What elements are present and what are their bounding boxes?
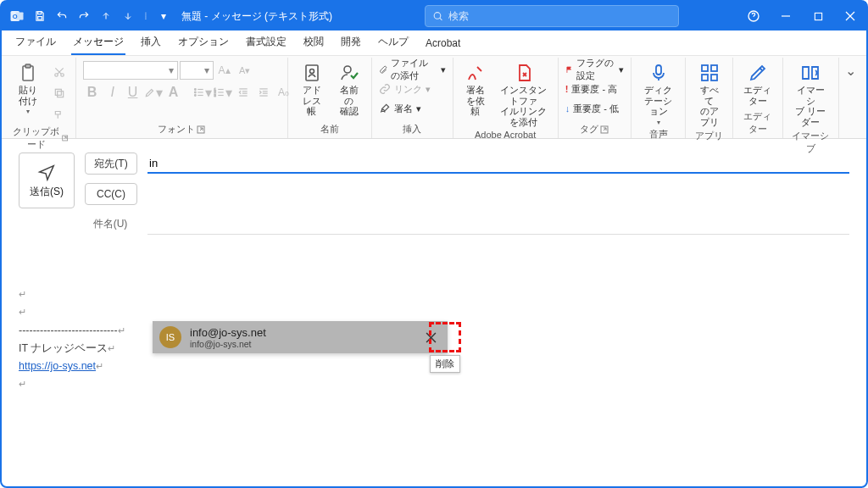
bullets-icon: ▾	[193, 83, 212, 102]
font-color-icon: A	[164, 83, 183, 102]
importance-high-button[interactable]: !重要度 - 高	[565, 80, 617, 97]
decrease-font-icon: A▾	[236, 61, 254, 80]
svg-rect-8	[815, 13, 821, 19]
cc-field[interactable]	[147, 184, 849, 204]
tab-file[interactable]: ファイル	[7, 30, 64, 55]
qat-separator: ⁞	[144, 10, 147, 22]
instant-link-button[interactable]: インスタントファ イルリンクを添付	[496, 59, 551, 128]
tab-insert[interactable]: 挿入	[132, 30, 170, 55]
search-box[interactable]	[425, 5, 679, 27]
importance-low-button[interactable]: ↓重要度 - 低	[565, 100, 619, 117]
search-input[interactable]	[448, 10, 671, 22]
pen-sign-icon	[465, 63, 486, 83]
svg-rect-44	[702, 65, 708, 71]
tab-options[interactable]: オプション	[170, 30, 237, 55]
qat-overflow-icon[interactable]: ▾	[154, 7, 173, 25]
group-acrobat-label: Adobe Acrobat	[475, 130, 536, 140]
group-editor-label: エディター	[740, 110, 775, 136]
group-font: ▾ ▾ A▴ A▾ B I U ▾ A ▾ 123▾	[76, 58, 288, 138]
search-icon	[432, 10, 443, 22]
all-apps-button[interactable]: すべて のアプリ	[693, 59, 726, 128]
underline-button: U	[124, 83, 142, 102]
attach-file-button[interactable]: ファイルの添付 ▾	[379, 61, 446, 78]
send-button[interactable]: 送信(S)	[19, 152, 75, 208]
maximize-button[interactable]	[802, 2, 834, 30]
signature-divider: ----------------------------	[19, 324, 118, 336]
svg-point-5	[434, 13, 441, 19]
font-size-combo: ▾	[180, 61, 214, 80]
group-font-label: フォント	[158, 123, 195, 136]
file-link-icon	[513, 63, 533, 83]
address-book-button[interactable]: アドレス帳	[295, 59, 329, 117]
paste-label: 貼り付け	[15, 85, 42, 106]
to-field[interactable]	[147, 154, 849, 174]
svg-rect-43	[656, 65, 661, 75]
close-button[interactable]	[834, 2, 866, 30]
font-name-combo: ▾	[83, 61, 178, 80]
outdent-icon	[234, 83, 253, 102]
minimize-button[interactable]	[770, 2, 802, 30]
clear-format-icon: A₀	[275, 83, 293, 102]
up-arrow-icon[interactable]	[97, 7, 115, 25]
help-icon[interactable]	[737, 2, 770, 30]
launcher-icon[interactable]	[600, 125, 609, 134]
svg-text:O: O	[13, 13, 18, 20]
menu-bar: ファイル メッセージ 挿入 オプション 書式設定 校閲 開発 ヘルプ Acrob…	[2, 30, 866, 56]
group-names: アドレス帳 名前の 確認 名前	[288, 58, 372, 138]
cut-icon	[50, 63, 69, 81]
group-clipboard: 貼り付け ▾ クリップボード	[5, 58, 76, 138]
to-button[interactable]: 宛先(T)	[85, 152, 137, 175]
chevron-down-icon: ▾	[657, 119, 660, 126]
apps-grid-icon	[699, 63, 720, 83]
svg-rect-3	[38, 12, 42, 14]
save-icon[interactable]	[31, 7, 49, 25]
instant-link-label: インスタントファ イルリンクを添付	[499, 85, 548, 128]
svg-rect-15	[57, 92, 63, 97]
tab-message[interactable]: メッセージ	[64, 30, 132, 55]
return-mark: ↵	[19, 307, 26, 317]
svg-rect-46	[702, 75, 708, 80]
signature-button[interactable]: 署名 ▾	[379, 100, 421, 117]
down-arrow-icon[interactable]	[119, 7, 137, 25]
redo-icon[interactable]	[75, 7, 93, 25]
group-immersive: イマーシ ブ リーダー イマーシブ	[783, 58, 839, 138]
send-label: 送信(S)	[30, 185, 64, 199]
book-speaker-icon	[800, 63, 821, 83]
undo-icon[interactable]	[53, 7, 71, 25]
request-sign-button[interactable]: 署名 を依頼	[460, 59, 491, 117]
link-button: リンク ▾	[379, 80, 431, 97]
app-window: O ⁞ ▾ 無題 - メッセージ (テキスト形式) ファイル メッセ	[0, 0, 868, 488]
editor-label: エディ ター	[743, 85, 771, 106]
signature-link[interactable]: https://jo-sys.net	[19, 360, 96, 372]
numbering-icon: 123▾	[214, 83, 232, 102]
flag-button[interactable]: フラグの設定 ▾	[565, 61, 625, 78]
italic-button: I	[103, 83, 122, 102]
tab-developer[interactable]: 開発	[332, 30, 370, 55]
tab-format[interactable]: 書式設定	[237, 30, 295, 55]
launcher-icon[interactable]	[197, 125, 205, 134]
cc-button[interactable]: CC(C)	[85, 183, 137, 205]
clipboard-icon	[18, 63, 38, 83]
recipient-suggestion[interactable]: IS info@jo-sys.net info@jo-sys.net	[153, 321, 448, 353]
tab-review[interactable]: 校閲	[295, 30, 332, 55]
editor-button[interactable]: エディ ター	[740, 59, 775, 106]
ribbon-options-icon[interactable]: ⌄	[841, 61, 860, 80]
increase-font-icon: A▴	[215, 61, 234, 80]
suggestion-remove-button[interactable]	[419, 325, 442, 349]
immersive-reader-button[interactable]: イマーシ ブ リーダー	[790, 59, 832, 128]
tab-acrobat[interactable]: Acrobat	[417, 32, 469, 55]
subject-field[interactable]	[147, 214, 849, 235]
svg-rect-45	[711, 65, 717, 71]
outlook-icon: O	[8, 8, 25, 25]
paste-button[interactable]: 貼り付け ▾	[12, 59, 45, 115]
tab-help[interactable]: ヘルプ	[370, 30, 417, 55]
subject-label: 件名(U)	[85, 217, 137, 231]
send-icon	[37, 163, 56, 181]
group-tags-label: タグ	[580, 123, 598, 136]
dictate-button[interactable]: ディク テーション ▾	[638, 59, 678, 126]
signature-line-1: IT ナレッジベース	[19, 342, 108, 354]
check-names-button[interactable]: 名前の 確認	[334, 59, 364, 117]
close-icon	[426, 332, 437, 343]
svg-text:3: 3	[214, 93, 216, 97]
format-painter-icon	[50, 105, 69, 124]
